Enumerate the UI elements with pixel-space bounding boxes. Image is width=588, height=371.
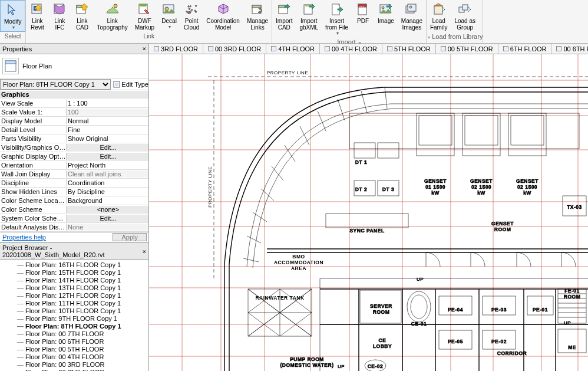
modify-tool[interactable]: Modify ▾ (0, 0, 25, 32)
property-key: Wall Join Display (0, 170, 66, 178)
svg-text:ROOM: ROOM (373, 309, 389, 315)
insert-file-icon (330, 2, 344, 17)
svg-point-142 (411, 295, 427, 319)
property-value[interactable]: Fine (66, 126, 148, 133)
property-key: Graphics (0, 91, 148, 98)
link-revit-button[interactable]: LinkRevit (26, 0, 48, 32)
view-tab[interactable]: 00 5TH FLOOR (436, 44, 498, 54)
property-value: Clean all wall joins (66, 170, 148, 178)
tree-item[interactable]: Floor Plan: 11TH FLOOR Copy 1 (16, 300, 148, 307)
property-value[interactable]: Normal (66, 117, 148, 124)
instance-selector[interactable]: Floor Plan: 8TH FLOOR Copy 1 (0, 79, 111, 90)
tree-item[interactable]: Floor Plan: 8TH FLOOR Copy 1 (16, 323, 148, 330)
property-key: System Color Schemes (0, 215, 66, 222)
svg-rect-94 (508, 113, 546, 156)
edit-type-button[interactable]: Edit Type (113, 81, 148, 88)
image-button[interactable]: Image (374, 0, 398, 37)
svg-text:CE-01: CE-01 (411, 321, 427, 327)
tree-item[interactable]: Floor Plan: 15TH FLOOR Copy 1 (16, 269, 148, 277)
project-browser-header: Project Browser - 20201008_W_Sixth_Model… (0, 243, 148, 260)
close-icon[interactable]: × (142, 45, 146, 52)
svg-rect-76 (349, 113, 579, 149)
svg-text:PROPERTY LINE: PROPERTY LINE (207, 166, 213, 208)
property-value[interactable]: Background (66, 197, 148, 204)
property-value[interactable]: Edit... (66, 215, 148, 222)
property-key: Discipline (0, 179, 66, 186)
manage-links-button[interactable]: ManageLinks (243, 0, 272, 32)
tree-item[interactable]: Floor Plan: 16TH FLOOR Copy 1 (16, 261, 148, 269)
tree-item[interactable]: Floor Plan: 9TH FLOOR Copy 1 (16, 315, 148, 323)
view-tab[interactable]: 4TH FLOOR (266, 44, 320, 54)
load-family-button[interactable]: LoadFamily (427, 0, 451, 32)
tree-item[interactable]: Floor Plan: 13TH FLOOR Copy 1 (16, 284, 148, 292)
svg-text:PE-03: PE-03 (491, 307, 507, 313)
link-topo-button[interactable]: LinkTopography (93, 0, 131, 32)
tree-item[interactable]: Floor Plan: 00 5TH FLOOR (16, 346, 148, 353)
dialog-launcher-icon[interactable]: » (428, 35, 430, 40)
ribbon: Modify ▾ Select LinkRevitLinkIFCLinkCADL… (0, 0, 588, 44)
svg-rect-84 (417, 113, 454, 156)
property-value[interactable]: Edit... (66, 144, 148, 151)
chevron-down-icon: ▾ (169, 24, 171, 29)
tree-item[interactable]: Floor Plan: 00 4TH FLOOR (16, 353, 148, 361)
property-key: Display Model (0, 117, 66, 124)
property-value[interactable]: Show Original (66, 135, 148, 142)
link-cad-button[interactable]: LinkCAD (71, 0, 93, 32)
svg-text:BMO: BMO (292, 254, 305, 260)
svg-text:UP: UP (338, 364, 345, 369)
tree-item[interactable]: Floor Plan: 00 3RD FLOOR (16, 361, 148, 369)
svg-text:LOBBY: LOBBY (373, 343, 392, 349)
svg-text:FE-01: FE-01 (564, 288, 580, 294)
tree-item[interactable]: Floor Plan: 12TH FLOOR Copy 1 (16, 292, 148, 300)
property-value[interactable]: 1 : 100 (66, 100, 148, 107)
import-gbxml-button[interactable]: ImportgbXML (296, 0, 322, 37)
svg-rect-37 (463, 5, 468, 10)
link-ifc-button[interactable]: LinkIFC (48, 0, 71, 32)
tree-item[interactable]: Floor Plan: 14TH FLOOR Copy 1 (16, 277, 148, 284)
view-tab[interactable]: 00 3RD FLOOR (203, 44, 266, 54)
property-row: Wall Join DisplayClean all wall joins (0, 170, 148, 179)
insert-file-button[interactable]: Insertfrom File▾ (322, 0, 352, 37)
property-value[interactable]: Coordination (66, 179, 148, 186)
view-tab-icon (208, 46, 213, 51)
decal-button[interactable]: Decal▾ (158, 0, 180, 32)
property-value[interactable]: Edit... (66, 153, 148, 160)
view-tab[interactable]: 00 4TH FLOOR (320, 44, 382, 54)
svg-text:PUMP ROOM: PUMP ROOM (290, 356, 324, 362)
close-icon[interactable]: × (142, 248, 146, 255)
left-panel: Properties × Floor Plan Floor Plan: 8TH … (0, 44, 149, 371)
view-tab-label: 6TH FLOOR (510, 45, 547, 52)
property-value: 100 (66, 109, 148, 116)
property-value[interactable]: <none> (66, 206, 148, 213)
dwf-markup-button[interactable]: DWFMarkup (131, 0, 158, 32)
pdf-button[interactable]: PDF (352, 0, 374, 37)
svg-text:CORRIDOR: CORRIDOR (497, 350, 527, 356)
svg-text:UP: UP (564, 320, 571, 326)
svg-point-10 (190, 5, 191, 6)
view-tab[interactable]: 5TH FLOOR (382, 44, 436, 54)
tree-item[interactable]: Floor Plan: 00 7TH FLOOR (16, 330, 148, 338)
view-tab[interactable]: 6TH FLOOR (498, 44, 552, 54)
link-ifc-label: LinkIFC (54, 18, 65, 31)
apply-button[interactable]: Apply (113, 233, 147, 241)
import-cad-button[interactable]: ImportCAD (272, 0, 296, 37)
tree-item[interactable]: Floor Plan: 00 2ND FLOOR (16, 369, 148, 371)
tree-item[interactable]: Floor Plan: 00 6TH FLOOR (16, 338, 148, 346)
point-cloud-button[interactable]: PointCloud (180, 0, 203, 32)
properties-help-link[interactable]: Properties help (0, 232, 48, 242)
decal-label: Decal (161, 18, 177, 24)
view-tab[interactable]: 00 6TH FLOOR (551, 44, 588, 54)
property-value[interactable]: Project North (66, 162, 148, 169)
manage-images-button[interactable]: ManageImages (398, 0, 426, 37)
tree-item[interactable]: Floor Plan: 10TH FLOOR Copy 1 (16, 307, 148, 315)
view-tab[interactable]: 3RD FLOOR (149, 44, 203, 54)
coord-model-button[interactable]: CoordinationModel (203, 0, 243, 32)
property-row: View Scale1 : 100 (0, 99, 148, 108)
image-icon (379, 2, 393, 17)
link-topo-label: LinkTopography (97, 18, 127, 31)
load-group-button[interactable]: Load asGroup (451, 0, 479, 32)
property-row: Parts VisibilityShow Original (0, 134, 148, 143)
drawing-canvas[interactable]: PROPERTY LINE PROPERTY LINE (149, 54, 588, 371)
property-value[interactable]: By Discipline (66, 188, 148, 195)
chevron-down-icon: ▾ (12, 25, 15, 30)
